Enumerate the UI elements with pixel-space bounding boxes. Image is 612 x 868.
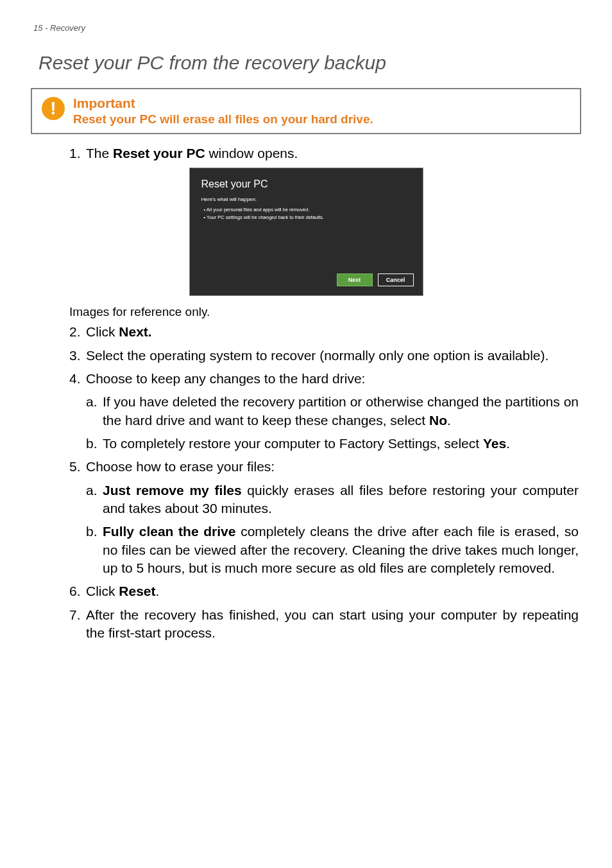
- step-5: 5. Choose how to erase your files:: [69, 458, 579, 476]
- substep-number: a.: [86, 482, 103, 518]
- text-bold: No: [429, 413, 447, 428]
- step-text: Click Reset.: [86, 582, 579, 600]
- page-header: 15 - Recovery: [33, 23, 579, 33]
- text: .: [156, 584, 160, 598]
- step-7: 7. After the recovery has finished, you …: [69, 606, 579, 643]
- next-button[interactable]: Next: [337, 273, 373, 286]
- step-text: Choose how to erase your files:: [86, 458, 579, 476]
- step-5a: a. Just remove my files quickly erases a…: [86, 482, 579, 518]
- text: If you have deleted the recovery partiti…: [103, 394, 579, 427]
- screenshot-bullet: • Your PC settings will be changed back …: [204, 214, 411, 221]
- substep-text: To completely restore your computer to F…: [103, 435, 579, 453]
- cancel-button[interactable]: Cancel: [378, 273, 414, 286]
- step-number: 1.: [69, 144, 86, 162]
- important-title: Important: [73, 96, 571, 111]
- step-4: 4. Choose to keep any changes to the har…: [69, 370, 579, 388]
- screenshot-subtitle: Here's what will happen:: [201, 196, 411, 202]
- step-text: The Reset your PC window opens.: [86, 144, 579, 162]
- text-bold: Next.: [119, 324, 151, 339]
- screenshot-buttons: Next Cancel: [337, 273, 414, 286]
- text-bold: Reset your PC: [113, 146, 205, 161]
- text-bold: Reset: [119, 584, 155, 598]
- substep-number: b.: [86, 523, 103, 577]
- alert-icon: [42, 97, 65, 120]
- text: Click: [86, 324, 119, 339]
- step-4b: b. To completely restore your computer t…: [86, 435, 579, 453]
- important-text: Reset your PC will erase all files on yo…: [73, 112, 571, 126]
- image-caption: Images for reference only.: [69, 305, 579, 319]
- text: .: [447, 413, 451, 428]
- screenshot-container: Reset your PC Here's what will happen: •…: [33, 168, 579, 296]
- important-box: Important Reset your PC will erase all f…: [31, 88, 581, 134]
- substep-number: a.: [86, 393, 103, 430]
- step-number: 5.: [69, 458, 86, 476]
- text-bold: Just remove my files: [103, 483, 242, 498]
- step-text: Click Next.: [86, 323, 579, 341]
- step-number: 7.: [69, 606, 86, 643]
- step-text: Choose to keep any changes to the hard d…: [86, 370, 579, 388]
- substep-number: b.: [86, 435, 103, 453]
- step-6: 6. Click Reset.: [69, 582, 579, 600]
- step-number: 6.: [69, 582, 86, 600]
- text-bold: Yes: [483, 436, 506, 451]
- step-1: 1. The Reset your PC window opens.: [69, 144, 579, 162]
- text: To completely restore your computer to F…: [103, 436, 483, 451]
- substep-text: Just remove my files quickly erases all …: [103, 482, 579, 518]
- section-title: Reset your PC from the recovery backup: [38, 52, 579, 74]
- step-number: 2.: [69, 323, 86, 341]
- screenshot-bullet: • All your personal files and apps will …: [204, 206, 411, 213]
- substep-text: If you have deleted the recovery partiti…: [103, 393, 579, 430]
- step-number: 4.: [69, 370, 86, 388]
- screenshot-title: Reset your PC: [201, 178, 411, 190]
- substep-text: Fully clean the drive completely cleans …: [103, 523, 579, 577]
- text-bold: Fully clean the drive: [103, 524, 235, 539]
- step-text: Select the operating system to recover (…: [86, 347, 579, 365]
- step-2: 2. Click Next.: [69, 323, 579, 341]
- reset-pc-screenshot: Reset your PC Here's what will happen: •…: [189, 168, 423, 296]
- text: Click: [86, 584, 119, 598]
- text: window opens.: [205, 146, 298, 161]
- step-4a: a. If you have deleted the recovery part…: [86, 393, 579, 430]
- step-number: 3.: [69, 347, 86, 365]
- step-3: 3. Select the operating system to recove…: [69, 347, 579, 365]
- text: .: [506, 436, 510, 451]
- step-5b: b. Fully clean the drive completely clea…: [86, 523, 579, 577]
- step-text: After the recovery has finished, you can…: [86, 606, 579, 643]
- text: The: [86, 146, 113, 161]
